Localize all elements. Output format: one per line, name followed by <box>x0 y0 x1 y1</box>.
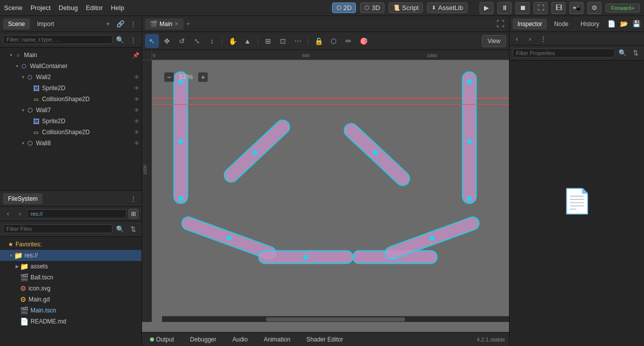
inspector-filter-sort-icon[interactable]: ⇅ <box>630 48 641 59</box>
viewport-tab-main[interactable]: 🎬 Main ✕ <box>145 19 184 30</box>
inspector-nav-history-button[interactable]: ⋮ <box>538 33 548 44</box>
scene-filter-search-icon[interactable]: 🔍 <box>114 34 126 45</box>
mode-script-button[interactable]: 📜 Script <box>388 3 423 13</box>
tree-item-collision2[interactable]: ▭ CollisionShape2D 👁 <box>0 127 142 138</box>
scene-add-button[interactable]: + <box>102 19 114 30</box>
mode-assetlib-button[interactable]: ⬇ AssetLib <box>427 3 468 13</box>
fs-menu-button[interactable]: ⋮ <box>128 193 138 204</box>
tool-group-btn[interactable]: ⬡ <box>326 34 340 48</box>
menu-debug[interactable]: Debug <box>58 4 78 12</box>
bottom-tab-animation[interactable]: Animation <box>260 335 294 344</box>
inspector-new-script-button[interactable]: 📄 <box>606 19 617 30</box>
tool-transform[interactable]: ↕ <box>205 34 219 48</box>
tool-grid[interactable]: ⊞ <box>261 34 275 48</box>
inspector-filter-search-icon[interactable]: 🔍 <box>617 48 628 59</box>
canvas-hscroll-thumb[interactable] <box>266 317 405 321</box>
inspector-tab-inspector[interactable]: Inspector <box>512 19 547 30</box>
run-settings-button[interactable]: ⚙ <box>588 2 602 14</box>
fs-filter-input[interactable] <box>3 224 112 233</box>
tree-item-wall7[interactable]: ▾ ⬡ Wall7 👁 <box>0 105 142 116</box>
run-play-button[interactable]: ▶ <box>480 2 494 14</box>
fs-item-readme[interactable]: 📄 README.md <box>0 316 142 327</box>
run-remote-button[interactable]: ⛶ <box>534 2 548 14</box>
tree-eye-wall2[interactable]: 👁 <box>134 74 140 80</box>
run-movie-button[interactable]: 🎞 <box>552 2 566 14</box>
menu-editor[interactable]: Editor <box>86 4 103 12</box>
tool-scale[interactable]: ⤡ <box>190 34 204 48</box>
fs-item-assets[interactable]: ▶ 📁 assets <box>0 261 142 272</box>
tool-snap[interactable]: ▲ <box>240 34 254 48</box>
tool-more[interactable]: ⋯ <box>291 34 305 48</box>
tab-filesystem[interactable]: FileSystem <box>3 193 42 204</box>
fs-back-button[interactable]: ‹ <box>3 209 13 219</box>
inspector-nav-forward-button[interactable]: › <box>524 33 536 44</box>
tree-eye-col2[interactable]: 👁 <box>134 129 140 135</box>
viewport-add-tab-button[interactable]: + <box>184 19 192 30</box>
inspector-save-button[interactable]: 💾 <box>631 19 642 30</box>
tree-eye-sprite1[interactable]: 👁 <box>134 85 140 91</box>
menu-help[interactable]: Help <box>111 4 124 12</box>
bottom-tab-audio[interactable]: Audio <box>228 335 252 344</box>
zoom-in-button[interactable]: + <box>198 72 208 82</box>
scene-link-button[interactable]: 🔗 <box>115 19 126 30</box>
fs-item-icon[interactable]: ⚙ icon.svg <box>0 283 142 294</box>
tool-extra[interactable]: ⊡ <box>276 34 290 48</box>
tool-pan[interactable]: ✋ <box>226 34 240 48</box>
tree-item-wall2[interactable]: ▾ ⬡ Wall2 👁 <box>0 72 142 83</box>
tree-eye-main[interactable]: 📌 <box>132 52 140 59</box>
tree-item-wall8[interactable]: ▾ ⬡ Wall8 👁 <box>0 138 142 149</box>
inspector-tab-history[interactable]: History <box>576 19 604 30</box>
inspector-open-button[interactable]: 📂 <box>618 19 630 30</box>
fs-item-maingd[interactable]: ⚙ Main.gd <box>0 294 142 305</box>
tool-bone[interactable]: ✏ <box>342 34 356 48</box>
run-pause-button[interactable]: ⏸ <box>498 2 512 14</box>
tab-scene[interactable]: Scene <box>3 19 30 30</box>
bottom-tab-debugger[interactable]: Debugger <box>186 335 220 344</box>
bottom-tab-output[interactable]: Output <box>146 335 178 344</box>
viewport-tab-close[interactable]: ✕ <box>174 21 178 27</box>
menu-project[interactable]: Project <box>30 4 50 12</box>
canvas-area[interactable]: 0 500 1000 1500 − 53 % + <box>142 50 509 332</box>
fs-grid-view-button[interactable]: ⊞ <box>128 209 138 219</box>
inspector-filter-input[interactable] <box>512 49 615 58</box>
tool-move[interactable]: ✥ <box>160 34 174 48</box>
tree-eye-wall8[interactable]: 👁 <box>134 140 140 146</box>
scene-filter-input[interactable] <box>3 35 112 44</box>
tool-select[interactable]: ↖ <box>145 34 159 48</box>
tree-item-sprite2d-2[interactable]: 🖼 Sprite2D 👁 <box>0 116 142 127</box>
fs-item-maintscn[interactable]: 🎬 Main.tscn <box>0 305 142 316</box>
tab-import[interactable]: Import <box>32 19 59 30</box>
canvas-hscroll[interactable] <box>162 316 509 322</box>
inspector-tab-node[interactable]: Node <box>549 19 574 30</box>
bottom-tab-shader[interactable]: Shader Editor <box>302 335 347 344</box>
run-deploy-button[interactable]: 📲 <box>570 2 584 14</box>
svg-point-12 <box>467 139 472 144</box>
scene-filter-options-icon[interactable]: ⋮ <box>128 34 138 45</box>
zoom-out-button[interactable]: − <box>164 72 174 82</box>
tree-eye-col1[interactable]: 👁 <box>134 96 140 102</box>
fs-item-res[interactable]: ▾ 📁 res:// <box>0 250 142 261</box>
forward-renderer-button[interactable]: Forward+ <box>606 4 640 13</box>
scene-menu-button[interactable]: ⋮ <box>128 19 138 30</box>
tool-rotate[interactable]: ↺ <box>175 34 189 48</box>
menu-scene[interactable]: Scene <box>4 4 22 12</box>
tree-eye-sprite2[interactable]: 👁 <box>134 118 140 124</box>
fs-forward-button[interactable]: › <box>15 209 25 219</box>
fs-path-input[interactable] <box>27 209 126 218</box>
mode-2d-button[interactable]: ⬡ 2D <box>332 3 356 13</box>
viewport-fullscreen-button[interactable]: ⛶ <box>495 19 506 30</box>
tree-item-main[interactable]: ▾ ○ Main 📌 <box>0 50 142 61</box>
inspector-nav-back-button[interactable]: ‹ <box>512 33 522 44</box>
tree-eye-wall7[interactable]: 👁 <box>134 107 140 113</box>
tree-item-collision1[interactable]: ▭ CollisionShape2D 👁 <box>0 94 142 105</box>
tool-lock[interactable]: 🔒 <box>312 34 326 48</box>
tree-item-sprite2d-1[interactable]: 🖼 Sprite2D 👁 <box>0 83 142 94</box>
mode-3d-button[interactable]: ⬡ 3D <box>360 3 384 13</box>
viewport-view-button[interactable]: View <box>482 35 506 47</box>
fs-filter-search-icon[interactable]: 🔍 <box>114 223 126 234</box>
fs-filter-sort-icon[interactable]: ⇅ <box>128 223 138 234</box>
fs-item-ball[interactable]: 🎬 Ball.tscn <box>0 272 142 283</box>
run-stop-button[interactable]: ⏹ <box>516 2 530 14</box>
tree-item-wallcontainer[interactable]: ▾ ⬡ WallContainer <box>0 61 142 72</box>
tool-tile[interactable]: 🎯 <box>356 34 370 48</box>
